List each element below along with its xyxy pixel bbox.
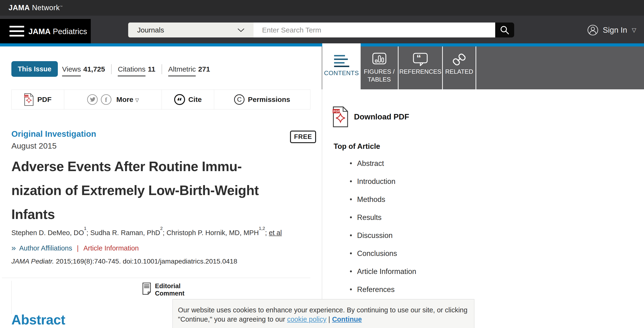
svg-text:f: f (105, 96, 107, 103)
toc-item-abstract[interactable]: Abstract (350, 159, 416, 168)
citation-journal: JAMA Pediatr. (11, 258, 54, 265)
tab-figures-tables[interactable]: FIGURES /TABLES (360, 46, 398, 89)
cite-button[interactable]: “ Cite (162, 90, 214, 109)
journals-dropdown[interactable]: Journals (128, 22, 254, 38)
metric-separator (162, 64, 162, 74)
tab-references[interactable]: “ REFERENCES (398, 46, 442, 89)
title-line-1: Adverse Events After Routine Immu- (11, 154, 315, 178)
cookie-text-line1: Our website uses cookies to enhance your… (178, 306, 469, 315)
cite-quote-icon: “ (174, 94, 185, 105)
author-2[interactable]: Sudha R. Raman, PhD2 (90, 229, 163, 236)
altmetric-metric[interactable]: Altmetric271 (168, 65, 210, 73)
citations-label: Citations (118, 65, 146, 76)
toc-title: Top of Article (334, 142, 380, 151)
sign-in-dropdown-icon: ▽ (632, 27, 636, 34)
tab-related[interactable]: RELATED (443, 46, 476, 89)
cookie-text-line2: "Continue," you are agreeing to our cook… (178, 315, 469, 324)
tab-label: REFERENCES (399, 68, 442, 75)
toc-item-references[interactable]: References (350, 285, 416, 294)
article-category-link[interactable]: Original Investigation (11, 129, 96, 139)
pdf-button[interactable]: PDF PDF (12, 90, 64, 109)
cookie-continue-link[interactable]: Continue (332, 316, 362, 323)
toc-item-results[interactable]: Results (350, 213, 416, 222)
related-section-divider (2, 278, 310, 278)
more-dropdown-icon: ▽ (135, 97, 139, 103)
et-al-link[interactable]: et al (269, 229, 282, 236)
citations-value: 11 (148, 65, 156, 73)
author-list: Stephen D. DeMeo, DO1; Sudha R. Raman, P… (11, 228, 282, 237)
download-pdf-button[interactable]: PDF Download PDF (333, 106, 409, 128)
user-icon (587, 24, 598, 36)
views-label: Views (62, 65, 81, 76)
toc-item-introduction[interactable]: Introduction (350, 177, 416, 186)
tab-separator (398, 46, 398, 89)
download-pdf-label: Download PDF (354, 112, 409, 121)
permissions-button[interactable]: C Permissions (214, 90, 310, 109)
journals-dropdown-label: Journals (137, 26, 164, 34)
tab-label: CONTENTS (322, 70, 360, 77)
search-button[interactable] (495, 22, 514, 38)
article-title: Adverse Events After Routine Immu- nizat… (11, 154, 315, 226)
tab-separator (442, 46, 443, 89)
tab-separator (476, 46, 476, 89)
double-chevron-icon: » (11, 243, 16, 252)
free-badge: FREE (290, 130, 316, 143)
jama-article-page: JAMA Network™ JAMA Pediatrics Journals S… (0, 0, 644, 328)
tab-label: FIGURES / (364, 68, 394, 75)
this-issue-button[interactable]: This Issue (11, 61, 58, 77)
views-metric[interactable]: Views41,725 (62, 65, 105, 73)
sign-in-button[interactable]: Sign In ▽ (587, 24, 636, 36)
author-affiliations-link[interactable]: Author Affiliations (19, 244, 72, 252)
toc-item-conclusions[interactable]: Conclusions (350, 249, 416, 258)
tab-contents-active[interactable]: CONTENTS (322, 43, 360, 89)
permissions-label: Permissions (248, 96, 290, 104)
related-section-border (11, 281, 12, 314)
search-box (254, 22, 495, 38)
author-3[interactable]: Christoph P. Hornik, MD, MPH1,2 (166, 229, 265, 236)
share-cell: f More ▽ (64, 90, 162, 109)
top-network-bar: JAMA Network™ (0, 0, 644, 16)
author-1[interactable]: Stephen D. DeMeo, DO1 (11, 229, 86, 236)
logo-jama: JAMA (8, 4, 30, 12)
editorial-comment-line1: Editorial (155, 282, 184, 290)
toc-item-discussion[interactable]: Discussion (350, 231, 416, 240)
contents-icon (334, 55, 349, 69)
twitter-icon[interactable] (87, 94, 98, 105)
editorial-comment-link[interactable]: Editorial Comment (142, 282, 184, 297)
pdf-file-icon: PDF (333, 106, 348, 128)
citation-line: JAMA Pediatr. 2015;169(8):740-745. doi:1… (11, 258, 237, 265)
bar-chart-icon (372, 52, 386, 64)
journal-title-jama: JAMA (28, 27, 51, 36)
title-line-2: nization of Extremely Low-Birth-Weight (11, 178, 315, 202)
svg-text:PDF: PDF (333, 110, 340, 113)
cookie-notice: Our website uses cookies to enhance your… (172, 299, 474, 328)
title-line-3: Infants (11, 202, 315, 226)
quote-bubble-icon: “ (413, 52, 428, 66)
views-value: 41,725 (83, 65, 105, 73)
journal-title[interactable]: JAMA Pediatrics (28, 27, 87, 36)
svg-text:PDF: PDF (25, 95, 29, 98)
journal-banner: JAMA Pediatrics (0, 19, 91, 43)
facebook-icon[interactable]: f (101, 94, 112, 105)
menu-icon[interactable] (10, 26, 24, 39)
cookie-policy-link[interactable]: cookie policy (287, 316, 326, 323)
article-information-link[interactable]: Article Information (84, 244, 139, 252)
abstract-heading: Abstract (11, 312, 65, 328)
tab-label: RELATED (445, 68, 473, 75)
link-icon (452, 52, 466, 66)
pdf-file-icon: PDF (24, 93, 34, 106)
pdf-label: PDF (38, 96, 52, 104)
issue-date: August 2015 (11, 141, 57, 150)
search-input[interactable] (254, 22, 495, 38)
header-accent-bar (0, 43, 644, 46)
links-separator: | (77, 244, 79, 252)
toc-item-methods[interactable]: Methods (350, 195, 416, 204)
editorial-comment-line2: Comment (155, 290, 184, 297)
toc-item-article-information[interactable]: Article Information (350, 267, 416, 276)
trademark: ™ (60, 5, 63, 8)
search-icon (500, 25, 510, 35)
citations-metric[interactable]: Citations11 (118, 65, 155, 73)
more-button[interactable]: More (116, 96, 134, 104)
metric-separator (111, 64, 112, 74)
jama-network-logo[interactable]: JAMA Network™ (8, 4, 63, 12)
